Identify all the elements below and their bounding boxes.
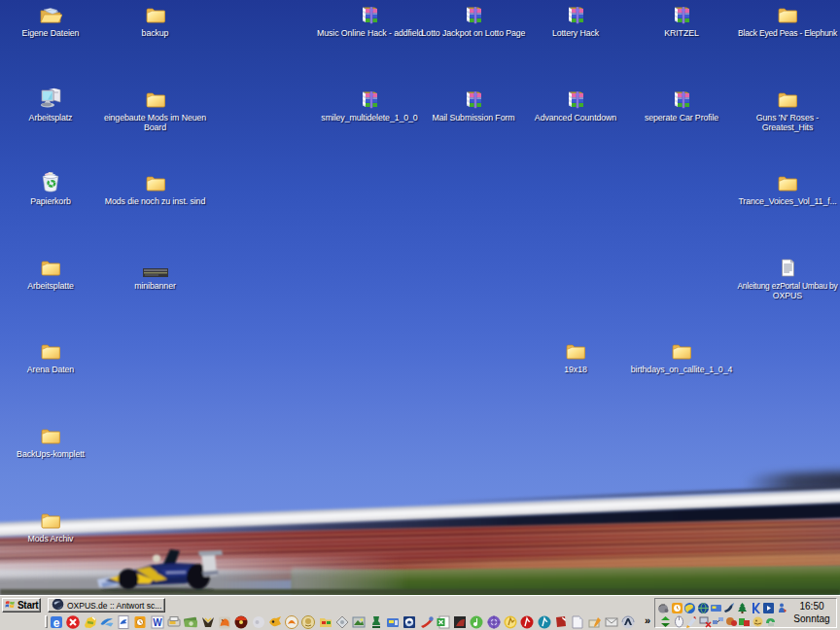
svg-text:e: e	[53, 616, 60, 630]
svg-text:W: W	[153, 617, 162, 628]
